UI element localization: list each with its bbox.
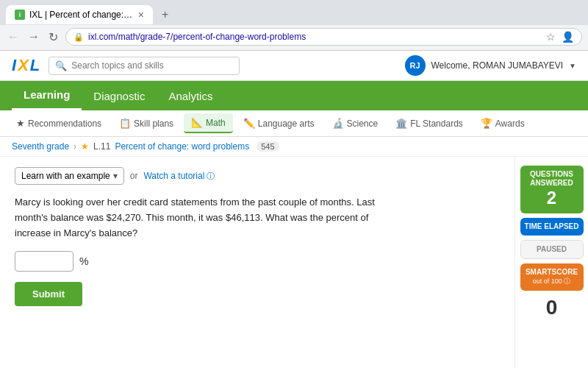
reload-button[interactable]: ↻ (47, 29, 60, 46)
paused-label: PAUSED (524, 245, 580, 254)
questions-answered-label: Questions answered (523, 170, 581, 188)
search-icon: 🔍 (55, 60, 67, 71)
smartscore-box: SmartScore out of 100 ⓘ (520, 263, 584, 291)
subnav-flstandards[interactable]: 🏛️ FL Standards (388, 114, 470, 132)
nav-learning[interactable]: Learning (12, 81, 82, 110)
user-avatar: RJ (405, 55, 426, 76)
science-icon: 🔬 (332, 118, 344, 129)
subnav-recommendations-label: Recommendations (28, 118, 101, 129)
logo-x: X (18, 56, 29, 75)
app-header: IXL 🔍 RJ Welcome, ROMAN JUMABAYEVI ▼ (0, 51, 588, 81)
submit-button[interactable]: Submit (15, 282, 82, 306)
lock-icon: 🔒 (74, 32, 84, 42)
logo-l: L (30, 56, 40, 75)
questions-answered-box: Questions answered 2 (520, 166, 584, 213)
subnav-science[interactable]: 🔬 Science (325, 114, 386, 132)
paused-box: PAUSED (520, 240, 584, 259)
logo-i: I (12, 56, 16, 75)
sub-nav: ★ Recommendations 📋 Skill plans 📐 Math ✏… (0, 110, 588, 137)
questions-answered-value: 2 (523, 188, 581, 209)
welcome-text: Welcome, ROMAN JUMABAYEVI (431, 60, 564, 71)
smartscore-info-icon[interactable]: ⓘ (564, 277, 570, 285)
smartscore-sub: out of 100 ⓘ (523, 277, 581, 286)
tutorial-link[interactable]: Watch a tutorial ⓘ (143, 171, 215, 182)
tab-bar: i IXL | Percent of change: word ... × + (0, 0, 588, 25)
answer-area: % (15, 251, 500, 272)
nav-diagnostic[interactable]: Diagnostic (82, 82, 157, 110)
subnav-skillplans[interactable]: 📋 Skill plans (112, 114, 181, 132)
learn-example-button[interactable]: Learn with an example ▾ (15, 167, 124, 185)
or-label: or (130, 171, 138, 181)
nav-analytics[interactable]: Analytics (157, 82, 224, 110)
answer-input[interactable] (15, 251, 74, 272)
flstandards-icon: 🏛️ (395, 118, 407, 129)
search-input[interactable] (71, 60, 233, 71)
subnav-recommendations[interactable]: ★ Recommendations (9, 114, 109, 132)
user-dropdown-icon[interactable]: ▼ (569, 62, 576, 70)
time-elapsed-box: Time elapsed (520, 218, 584, 236)
tab-favicon: i (15, 10, 25, 20)
subnav-math-label: Math (206, 118, 226, 128)
forward-button[interactable]: → (26, 29, 41, 45)
ixl-logo[interactable]: IXL (12, 56, 40, 75)
url-bar[interactable]: 🔒 ixl.com/math/grade-7/percent-of-change… (65, 28, 582, 46)
learn-example-label: Learn with an example (21, 171, 110, 181)
skillplans-icon: 📋 (119, 118, 131, 129)
percent-symbol: % (79, 255, 88, 267)
main-nav: Learning Diagnostic Analytics (0, 81, 588, 110)
breadcrumb-star: ★ (81, 141, 89, 152)
smartscore-value: 0 (546, 295, 558, 320)
subnav-science-label: Science (347, 118, 379, 129)
url-text: ixl.com/math/grade-7/percent-of-change-w… (88, 32, 542, 42)
smartscore-label: SmartScore (523, 268, 581, 277)
time-elapsed-label: Time elapsed (523, 222, 581, 231)
bookmark-icon[interactable]: ☆ (546, 31, 556, 43)
tab-close-button[interactable]: × (138, 9, 144, 21)
awards-icon: 🏆 (481, 118, 492, 129)
example-dropdown-icon: ▾ (113, 171, 118, 181)
math-icon: 📐 (191, 117, 203, 128)
search-bar[interactable]: 🔍 (49, 57, 240, 75)
info-icon: ⓘ (207, 171, 215, 182)
profile-icon[interactable]: 👤 (562, 31, 574, 43)
back-button[interactable]: ← (6, 29, 21, 45)
right-panel: Questions answered 2 Time elapsed PAUSED… (514, 157, 588, 368)
content-area: Learn with an example ▾ or Watch a tutor… (0, 157, 588, 368)
main-content: Learn with an example ▾ or Watch a tutor… (0, 157, 514, 368)
breadcrumb-sep1: › (74, 141, 76, 152)
subnav-flstandards-label: FL Standards (410, 118, 463, 129)
tutorial-label: Watch a tutorial (143, 171, 204, 181)
tab-title: IXL | Percent of change: word ... (29, 10, 134, 20)
breadcrumb: Seventh grade › ★ L.11 Percent of change… (0, 137, 588, 157)
subnav-math[interactable]: 📐 Math (184, 113, 233, 133)
subnav-awards-label: Awards (495, 118, 525, 129)
subnav-skillplans-label: Skill plans (134, 118, 173, 129)
header-right: RJ Welcome, ROMAN JUMABAYEVI ▼ (405, 55, 577, 76)
languagearts-icon: ✏️ (243, 118, 255, 129)
recommendations-icon: ★ (16, 118, 25, 129)
skill-badge: 545 (257, 141, 279, 152)
subnav-awards[interactable]: 🏆 Awards (473, 114, 532, 132)
active-tab[interactable]: i IXL | Percent of change: word ... × (6, 5, 153, 24)
new-tab-button[interactable]: + (156, 4, 174, 25)
browser-chrome: i IXL | Percent of change: word ... × + … (0, 0, 588, 51)
subnav-languagearts-label: Language arts (258, 118, 315, 129)
learn-bar: Learn with an example ▾ or Watch a tutor… (15, 167, 500, 185)
url-actions: ☆ 👤 (546, 31, 574, 43)
question-text: Marcy is looking over her credit card st… (15, 195, 382, 241)
breadcrumb-skill-code: L.11 (93, 141, 110, 152)
address-bar: ← → ↻ 🔒 ixl.com/math/grade-7/percent-of-… (0, 25, 588, 50)
breadcrumb-skill-name[interactable]: Percent of change: word problems (115, 141, 249, 152)
breadcrumb-grade[interactable]: Seventh grade (12, 141, 69, 152)
subnav-languagearts[interactable]: ✏️ Language arts (236, 114, 322, 132)
